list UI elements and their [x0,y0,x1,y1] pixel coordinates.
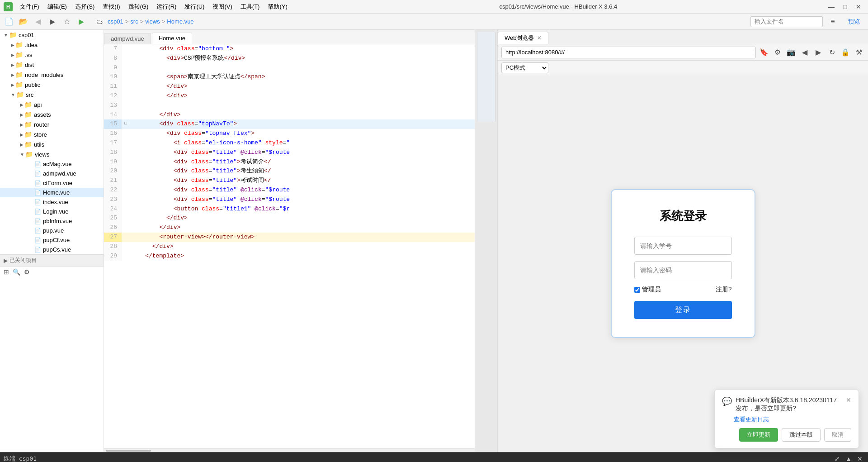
close-button[interactable]: ✕ [853,2,864,11]
menu-file[interactable]: 文件(F) [16,2,43,12]
sidebar-item-pup[interactable]: 📄 pup.vue [0,226,104,235]
arrow-icon: ▶ [11,72,14,77]
menu-edit[interactable]: 编辑(E) [44,2,71,12]
register-link[interactable]: 注册? [716,286,732,294]
skip-version-button[interactable]: 跳过本版 [782,428,821,442]
sidebar-item-pupcf[interactable]: 📄 pupCf.vue [0,235,104,245]
arrow-icon: ▶ [20,132,24,137]
editor-wrapper: admpwd.vue Home.vue 7 <div class="bottom… [104,30,868,452]
sidebar-item-label: api [34,101,42,108]
username-input[interactable] [634,237,732,255]
line-number: 11 [104,82,122,91]
tab-home[interactable]: Home.vue [152,33,192,44]
menu-bar[interactable]: 文件(F) 编辑(E) 选择(S) 查找(I) 跳转(G) 运行(R) 发行(U… [16,2,291,12]
terminal-expand-button[interactable]: ⤢ [833,454,842,462]
menu-tools[interactable]: 工具(T) [237,2,264,12]
devtools-button[interactable]: ⚒ [854,47,864,58]
update-log-link[interactable]: 查看更新日志 [734,416,769,423]
password-input[interactable] [634,261,732,279]
admin-checkbox-label[interactable]: 管理员 [634,286,661,294]
editor-scrollbar[interactable] [104,448,475,452]
breadcrumb-file[interactable]: Home.vue [167,18,193,25]
menu-find[interactable]: 查找(I) [99,2,123,12]
minimap-block [477,32,495,122]
menu-publish[interactable]: 发行(U) [181,2,208,12]
minimap-panel [475,30,497,452]
sidebar-item-login[interactable]: 📄 Login.vue [0,207,104,216]
forward-button[interactable]: ▶ [46,15,59,28]
fold-indicator[interactable]: ◻ [122,119,129,128]
sidebar-item-index[interactable]: 📄 index.vue [0,197,104,207]
terminal-close-button[interactable]: ✕ [855,454,864,462]
sidebar-action-icon[interactable]: ⊞ [4,268,9,276]
sidebar-settings-icon[interactable]: ⚙ [24,268,30,276]
sidebar-item-vs[interactable]: ▶ 📁 .vs [0,50,104,60]
back-addr-button[interactable]: ◀ [799,47,810,58]
breadcrumb-views[interactable]: views [145,18,160,25]
sidebar-item-views[interactable]: ▼ 📁 views [0,149,104,159]
sidebar-item-store[interactable]: ▶ 📁 store [0,129,104,139]
sidebar-item-pbinfm[interactable]: 📄 pbInfm.vue [0,216,104,226]
maximize-button[interactable]: □ [839,2,851,11]
menu-view[interactable]: 视图(V) [209,2,236,12]
menu-goto[interactable]: 跳转(G) [125,2,152,12]
url-input[interactable] [501,47,756,58]
back-button[interactable]: ◀ [32,15,44,28]
minimize-button[interactable]: — [826,2,837,11]
forward-addr-button[interactable]: ▶ [813,47,824,58]
browser-tab-web[interactable]: Web浏览器 ✕ [498,32,548,44]
sidebar-item-api[interactable]: ▶ 📁 api [0,100,104,110]
close-notification-icon[interactable]: ✕ [846,396,851,404]
admin-checkbox[interactable] [634,287,640,293]
sidebar-item-ctform[interactable]: 📄 ctForm.vue [0,178,104,188]
device-select[interactable]: PC模式 iPhone 6/7/8 iPad [501,62,548,73]
sidebar-item-csp01[interactable]: ▼ 📁 csp01 [0,30,104,40]
screenshot-button[interactable]: 📷 [786,47,797,58]
sidebar-item-dist[interactable]: ▶ 📁 dist [0,60,104,70]
code-editor[interactable]: 7 <div class="bottom "> 8 <div>CSP预报名系统<… [104,44,475,448]
folder-button[interactable]: 🗁 [93,15,106,28]
terminal-title: 终端-csp01 [4,455,37,462]
breadcrumb-src[interactable]: src [130,18,138,25]
open-button[interactable]: 📂 [17,15,30,28]
refresh-button[interactable]: ↻ [826,47,837,58]
sidebar-item-home[interactable]: 📄 Home.vue [0,188,104,197]
settings-addr-button[interactable]: ⚙ [772,47,783,58]
breadcrumb-sep2: > [140,18,144,25]
sidebar-item-assets[interactable]: ▶ 📁 assets [0,110,104,119]
menu-help[interactable]: 帮助(Y) [264,2,291,12]
sidebar-item-utils[interactable]: ▶ 📁 utils [0,139,104,149]
menu-run[interactable]: 运行(R) [153,2,180,12]
line-content: </div> [129,82,188,91]
update-notification-link: 查看更新日志 [722,415,851,424]
folder-icon: 📁 [15,81,23,88]
sidebar-item-pupcs[interactable]: 📄 pupCs.vue [0,245,104,254]
file-search-input[interactable] [750,16,823,27]
sidebar-item-src[interactable]: ▼ 📁 src [0,90,104,100]
breadcrumb-project[interactable]: csp01 [108,18,123,25]
terminal-up-button[interactable]: ▲ [844,454,854,462]
closed-projects-section[interactable]: ▶ 已关闭项目 [0,254,104,266]
update-now-button[interactable]: 立即更新 [739,428,778,442]
sidebar-item-acmag[interactable]: 📄 acMag.vue [0,159,104,169]
window-controls[interactable]: — □ ✕ [826,2,864,11]
sidebar-item-router[interactable]: ▶ 📁 router [0,119,104,129]
sidebar-item-public[interactable]: ▶ 📁 public [0,80,104,90]
sidebar-item-idea[interactable]: ▶ 📁 .idea [0,40,104,50]
preview-button[interactable]: 预览 [843,17,865,27]
cancel-update-button[interactable]: 取消 [824,428,851,442]
bookmark-addr-button[interactable]: 🔖 [759,47,769,58]
tab-admpwd[interactable]: admpwd.vue [104,33,151,44]
bookmark-button[interactable]: ☆ [61,15,73,28]
filter-button[interactable]: ≡ [826,15,839,28]
sidebar-item-node-modules[interactable]: ▶ 📁 node_modules [0,70,104,80]
close-browser-tab-icon[interactable]: ✕ [537,35,542,41]
sidebar-search-icon[interactable]: 🔍 [13,268,20,276]
menu-select[interactable]: 选择(S) [71,2,98,12]
new-file-button[interactable]: 📄 [3,15,15,28]
login-button[interactable]: 登录 [634,301,732,319]
file-icon: 📄 [34,209,41,215]
sidebar-item-admpwd[interactable]: 📄 admpwd.vue [0,169,104,178]
scroll-thumb[interactable] [106,450,151,452]
run-button[interactable]: ▶ [75,15,88,28]
